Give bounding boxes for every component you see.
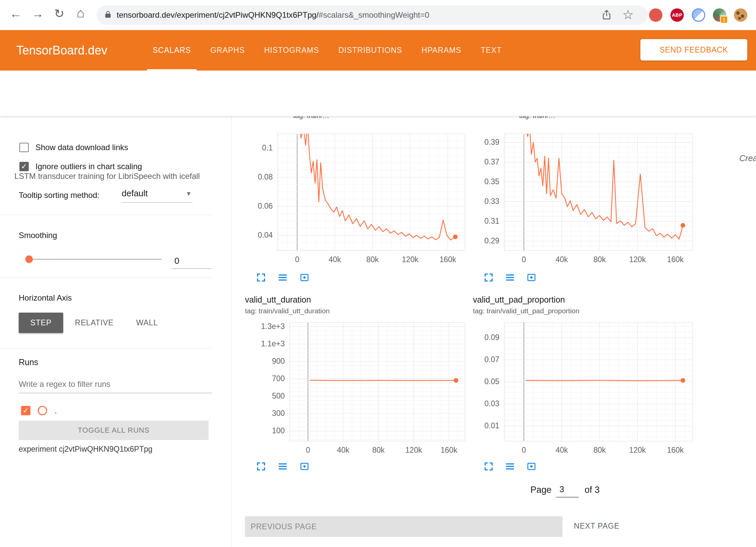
tab-scalars[interactable]: SCALARS	[143, 30, 201, 71]
forward-icon[interactable]: →	[29, 7, 46, 21]
y-tick-label: 700	[249, 374, 285, 383]
fit-domain-icon[interactable]	[299, 272, 310, 283]
profile-avatar[interactable]: 1	[713, 8, 726, 22]
x-tick-label: 160k	[660, 255, 690, 264]
url-text: tensorboard.dev/experiment/cj2vtPiwQHKN9…	[117, 10, 429, 20]
send-feedback-button[interactable]: SEND FEEDBACK	[640, 39, 747, 61]
back-icon[interactable]: ←	[7, 7, 24, 21]
x-tick-label: 0	[282, 255, 312, 264]
smoothing-slider-track[interactable]	[33, 259, 162, 260]
chart-valid-utt-duration[interactable]	[289, 322, 465, 441]
y-tick-label: 0.05	[463, 377, 499, 386]
axis-step-button[interactable]: STEP	[19, 313, 63, 333]
app-brand[interactable]: TensorBoard.dev	[16, 43, 107, 58]
divider	[0, 348, 212, 349]
abp-extension-icon[interactable]: ABP	[670, 8, 684, 22]
series-end-dot	[680, 378, 685, 383]
x-tick-label: 80k	[585, 255, 615, 264]
x-tick-label: 0	[293, 446, 323, 455]
x-tick-label: 40k	[547, 255, 577, 264]
runs-regex-input[interactable]: Write a regex to filter runs	[19, 375, 212, 393]
fullscreen-icon[interactable]	[256, 272, 266, 283]
runs-selector-icon[interactable]	[505, 461, 515, 472]
lighthouse-extension-icon[interactable]	[692, 8, 705, 22]
page-label: Page	[530, 485, 551, 495]
horizontal-axis-label: Horizontal Axis	[19, 293, 72, 303]
x-tick-label: 120k	[395, 255, 425, 264]
series-end-dot	[454, 378, 458, 383]
page-number-input[interactable]: 3	[556, 484, 579, 498]
tab-distributions[interactable]: DISTRIBUTIONS	[329, 30, 412, 71]
x-tick-label: 120k	[399, 446, 429, 455]
reload-icon[interactable]: ↻	[51, 7, 68, 21]
previous-page-button[interactable]: PREVIOUS PAGE	[245, 516, 562, 537]
browser-toolbar: ← → ↻ ⌂ tensorboard.dev/experiment/cj2vt…	[0, 0, 756, 30]
smoothing-slider-thumb[interactable]	[25, 255, 33, 263]
y-tick-label: 0.1	[237, 143, 273, 152]
fullscreen-icon[interactable]	[483, 461, 494, 472]
experiment-title: LSTM transducer training for LibriSpeech…	[14, 172, 200, 181]
y-tick-label: 100	[249, 426, 285, 435]
run-checkbox[interactable]: ✓	[21, 406, 30, 415]
tab-graphs[interactable]: GRAPHS	[201, 30, 254, 71]
y-tick-label: 0.06	[237, 202, 273, 211]
home-icon[interactable]: ⌂	[72, 5, 89, 20]
series-line	[526, 380, 683, 380]
fullscreen-icon[interactable]	[483, 272, 494, 283]
lock-icon	[104, 10, 112, 20]
y-tick-label: 0.39	[463, 138, 499, 147]
x-tick-label: 40k	[320, 255, 350, 264]
axis-relative-button[interactable]: RELATIVE	[71, 313, 118, 333]
run-name: .	[54, 406, 57, 416]
x-tick-label: 0	[509, 255, 539, 264]
axis-wall-button[interactable]: WALL	[129, 313, 165, 333]
address-bar[interactable]: tensorboard.dev/experiment/cj2vtPiwQHKN9…	[97, 5, 648, 25]
x-tick-label: 0	[509, 446, 539, 455]
charts-grid: tag: train/…0.040.060.080.1040k80k120k16…	[232, 116, 756, 547]
fullscreen-icon[interactable]	[256, 461, 266, 472]
adblocker-extension-icon[interactable]	[649, 8, 662, 22]
fit-domain-icon[interactable]	[526, 461, 537, 472]
tab-histograms[interactable]: HISTOGRAMS	[255, 30, 329, 71]
series-end-dot	[453, 234, 458, 239]
notification-badge: 1	[720, 16, 728, 23]
show-download-links-checkbox[interactable]	[19, 143, 29, 152]
fit-domain-icon[interactable]	[299, 461, 310, 472]
runs-selector-icon[interactable]	[277, 272, 288, 283]
tab-hparams[interactable]: HPARAMS	[412, 30, 471, 71]
x-tick-label: 160k	[434, 446, 464, 455]
y-tick-label: 500	[249, 392, 285, 401]
y-tick-label: 0.01	[463, 421, 499, 430]
series-line	[310, 380, 456, 380]
ignore-outliers-checkbox[interactable]: ✓	[19, 162, 29, 171]
tab-text[interactable]: TEXT	[471, 30, 511, 71]
chart-valid-utt-pad-proportion[interactable]	[504, 322, 693, 441]
page-of-label: of 3	[585, 485, 600, 495]
created-text-fragment: Crea	[739, 153, 756, 163]
content-area: tag: train/…0.040.060.080.1040k80k120k16…	[232, 116, 756, 547]
fit-domain-icon[interactable]	[526, 272, 537, 283]
chart-top-left[interactable]	[277, 134, 465, 251]
chevron-down-icon: ▾	[187, 189, 191, 198]
runs-selector-icon[interactable]	[505, 272, 515, 283]
tooltip-sort-dropdown[interactable]: default ▾	[122, 185, 193, 203]
share-icon[interactable]	[601, 9, 612, 22]
chart-top-right[interactable]	[504, 134, 693, 251]
y-tick-label: 0.37	[463, 157, 499, 167]
runs-label: Runs	[19, 357, 38, 367]
cookie-extension-icon[interactable]	[734, 8, 747, 22]
divider	[0, 278, 212, 278]
y-tick-label: 900	[249, 357, 285, 366]
runs-selector-icon[interactable]	[277, 461, 288, 472]
x-tick-label: 80k	[363, 446, 393, 455]
chart-tag: tag: train/valid_utt_pad_proportion	[473, 307, 580, 315]
x-tick-label: 120k	[622, 446, 652, 455]
x-tick-label: 80k	[358, 255, 388, 264]
chart-title: valid_utt_pad_proportion	[473, 295, 565, 305]
bookmark-star-icon[interactable]: ☆	[622, 7, 634, 22]
x-tick-label: 120k	[622, 255, 652, 264]
nav-tabs: SCALARS GRAPHS HISTOGRAMS DISTRIBUTIONS …	[143, 30, 511, 71]
smoothing-value-input[interactable]: 0	[171, 254, 211, 269]
next-page-button[interactable]: NEXT PAGE	[574, 522, 620, 531]
toggle-all-runs-button[interactable]: TOGGLE ALL RUNS	[19, 421, 209, 440]
